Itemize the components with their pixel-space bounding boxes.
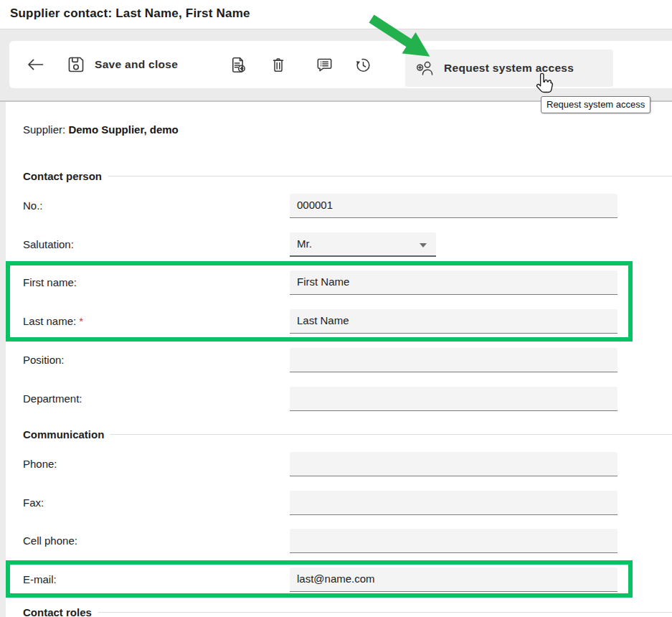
section-title: Contact person — [23, 170, 102, 182]
history-button[interactable] — [354, 55, 372, 74]
comment-button[interactable] — [316, 55, 333, 74]
first-name-input[interactable]: First Name — [290, 270, 617, 295]
comment-icon — [316, 56, 333, 74]
position-label: Position: — [23, 348, 65, 372]
field-row-last-name: Last name:* Last Name — [6, 309, 672, 334]
section-communication: Communication — [23, 428, 672, 441]
last-name-input[interactable]: Last Name — [290, 309, 617, 334]
field-row-first-name: First name: First Name — [6, 270, 672, 295]
toolbar: Save and close — [9, 41, 672, 88]
phone-label: Phone: — [23, 452, 57, 476]
field-row-phone: Phone: — [6, 452, 672, 476]
new-document-button[interactable] — [229, 55, 247, 74]
clock-history-icon — [354, 56, 372, 74]
arrow-left-icon — [26, 57, 45, 72]
fax-label: Fax: — [23, 491, 44, 515]
position-input[interactable] — [290, 348, 617, 372]
section-divider — [98, 612, 672, 613]
save-and-close-label: Save and close — [95, 58, 178, 71]
field-row-salutation: Salutation: Mr. — [6, 232, 672, 257]
required-marker: * — [79, 315, 83, 327]
section-contact-person: Contact person — [23, 170, 672, 182]
left-gutter — [0, 102, 6, 617]
save-icon — [67, 55, 85, 74]
supplier-line: Supplier: Demo Supplier, demo — [23, 123, 179, 136]
supplier-value: Demo Supplier, demo — [68, 123, 178, 136]
section-contact-roles: Contact roles — [23, 606, 672, 617]
person-add-icon — [415, 60, 435, 77]
request-access-tooltip: Request system access — [541, 96, 650, 113]
cell-phone-input[interactable] — [290, 529, 617, 553]
fax-input[interactable] — [290, 491, 617, 515]
field-row-cell-phone: Cell phone: — [6, 529, 672, 553]
window-title-bar: Supplier contact: Last Name, First Name — [0, 0, 672, 29]
supplier-contact-page: Supplier contact: Last Name, First Name … — [0, 0, 672, 617]
section-divider — [110, 434, 672, 435]
department-input[interactable] — [290, 387, 617, 411]
salutation-label: Salutation: — [23, 232, 74, 257]
toolbar-band: Save and close — [0, 29, 672, 102]
contact-form: Supplier: Demo Supplier, demo Contact pe… — [6, 102, 672, 617]
request-system-access-button[interactable]: Request system access — [405, 50, 613, 87]
no-input[interactable]: 000001 — [290, 194, 617, 218]
field-row-no: No.: 000001 — [6, 194, 672, 218]
field-row-department: Department: — [6, 387, 672, 411]
section-divider — [108, 176, 672, 176]
first-name-label: First name: — [23, 270, 77, 295]
delete-button[interactable] — [270, 55, 287, 74]
chevron-down-icon — [420, 243, 427, 248]
last-name-label: Last name:* — [23, 309, 83, 334]
document-add-icon — [229, 56, 247, 74]
supplier-label: Supplier: — [23, 123, 65, 136]
department-label: Department: — [23, 387, 82, 411]
email-label: E-mail: — [23, 567, 57, 592]
field-row-position: Position: — [6, 348, 672, 372]
email-input[interactable]: last@name.com — [290, 567, 617, 592]
field-row-email: E-mail: last@name.com — [6, 567, 672, 592]
no-label: No.: — [23, 194, 43, 218]
trash-icon — [270, 56, 287, 74]
salutation-select[interactable]: Mr. — [290, 232, 436, 257]
section-title: Contact roles — [23, 606, 92, 617]
save-and-close-button[interactable]: Save and close — [67, 55, 178, 74]
section-title: Communication — [23, 428, 104, 441]
page-title: Supplier contact: Last Name, First Name — [10, 6, 250, 21]
phone-input[interactable] — [290, 452, 617, 476]
back-button[interactable] — [26, 55, 45, 74]
cell-phone-label: Cell phone: — [23, 529, 77, 553]
request-system-access-label: Request system access — [444, 62, 574, 75]
field-row-fax: Fax: — [6, 491, 672, 515]
